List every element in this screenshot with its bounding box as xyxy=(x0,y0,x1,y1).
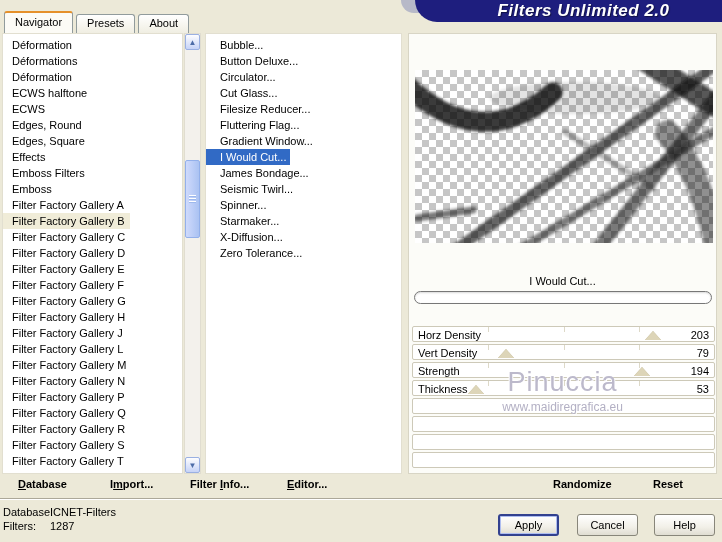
slider-label: Horz Density xyxy=(418,328,481,342)
slider-label: Vert Density xyxy=(418,346,477,360)
filters-count-value: 1287 xyxy=(50,520,74,532)
list-item[interactable]: Filter Factory Gallery H xyxy=(3,309,182,325)
list-item[interactable]: Filter Factory Gallery T xyxy=(3,453,182,469)
label-part: port... xyxy=(123,478,154,490)
filters-count-label: Filters: xyxy=(3,520,36,532)
list-item[interactable]: Spinner... xyxy=(206,197,401,213)
cancel-button[interactable]: Cancel xyxy=(577,514,638,536)
label-part: atabase xyxy=(26,478,67,490)
list-item[interactable]: Filter Factory Gallery F xyxy=(3,277,182,293)
list-item[interactable]: Filter Factory Gallery J xyxy=(3,325,182,341)
list-item[interactable]: Filter Factory Gallery L xyxy=(3,341,182,357)
list-item[interactable]: Button Deluxe... xyxy=(206,53,401,69)
list-item[interactable]: Filter Factory Gallery P xyxy=(3,389,182,405)
editor-button[interactable]: Editor... xyxy=(287,478,327,490)
command-toolbar: Database Import... Filter Info... Editor… xyxy=(0,475,722,497)
list-item[interactable]: Emboss xyxy=(3,181,182,197)
list-item[interactable]: Gradient Window... xyxy=(206,133,401,149)
scroll-down-button[interactable]: ▼ xyxy=(185,457,200,473)
list-item[interactable]: Filter Factory Gallery G xyxy=(3,293,182,309)
slider-value: 53 xyxy=(697,382,709,396)
tick-mark xyxy=(488,363,489,368)
app-title: Filters Unlimited 2.0 xyxy=(497,1,669,20)
tick-mark xyxy=(564,381,565,386)
tick-mark xyxy=(488,345,489,350)
list-item[interactable]: Filter Factory Gallery S xyxy=(3,437,182,453)
slider-label: Thickness xyxy=(418,382,468,396)
database-status-label: Database: xyxy=(3,506,53,518)
tab-about[interactable]: About xyxy=(138,14,189,33)
list-item[interactable]: Déformations xyxy=(3,53,182,69)
tick-mark xyxy=(639,381,640,386)
list-item[interactable]: Zero Tolerance... xyxy=(206,245,401,261)
list-item[interactable]: Circulator... xyxy=(206,69,401,85)
list-item[interactable]: Edges, Round xyxy=(3,117,182,133)
label-part: nfo... xyxy=(223,478,249,490)
apply-button[interactable]: Apply xyxy=(498,514,559,536)
list-item[interactable]: Starmaker... xyxy=(206,213,401,229)
list-item[interactable]: Fluttering Flag... xyxy=(206,117,401,133)
tab-navigator[interactable]: Navigator xyxy=(4,11,73,33)
separator-line xyxy=(0,498,722,500)
empty-slider-row xyxy=(412,452,715,468)
list-item[interactable]: Filter Factory Gallery N xyxy=(3,373,182,389)
empty-slider-row xyxy=(412,434,715,450)
slider-thumb[interactable] xyxy=(634,367,650,376)
tick-mark xyxy=(564,327,565,332)
list-item[interactable]: Filter Factory Gallery Q xyxy=(3,405,182,421)
list-item[interactable]: Déformation xyxy=(3,37,182,53)
selected-filter-name: I Would Cut... xyxy=(409,275,716,287)
mnemonic: D xyxy=(18,478,26,490)
list-item[interactable]: ECWS xyxy=(3,101,182,117)
empty-slider-row xyxy=(412,398,715,414)
slider-row[interactable]: Horz Density203 xyxy=(412,326,715,342)
list-item[interactable]: James Bondage... xyxy=(206,165,401,181)
slider-row[interactable]: Vert Density79 xyxy=(412,344,715,360)
list-item[interactable]: Filter Factory Gallery D xyxy=(3,245,182,261)
list-item[interactable]: Effects xyxy=(3,149,182,165)
filter-list: Bubble...Button Deluxe...Circulator...Cu… xyxy=(205,33,402,474)
reset-button[interactable]: Reset xyxy=(653,478,683,490)
preview-panel: I Would Cut... Horz Density203Vert Densi… xyxy=(408,33,717,474)
list-item[interactable]: Filter Factory Gallery M xyxy=(3,357,182,373)
list-item[interactable]: Déformation xyxy=(3,69,182,85)
list-item[interactable]: Seismic Twirl... xyxy=(206,181,401,197)
database-button[interactable]: Database xyxy=(18,478,67,490)
tick-mark xyxy=(488,381,489,386)
help-button[interactable]: Help xyxy=(654,514,715,536)
list-item[interactable]: I Would Cut... xyxy=(206,149,290,165)
filter-info-button[interactable]: Filter Info... xyxy=(190,478,249,490)
scroll-up-button[interactable]: ▲ xyxy=(185,34,200,50)
list-item[interactable]: Filter Factory Gallery E xyxy=(3,261,182,277)
category-list: DéformationDéformationsDéformationECWS h… xyxy=(2,33,183,474)
category-scrollbar: ▲ ▼ xyxy=(184,33,201,474)
slider-row[interactable]: Thickness53 xyxy=(412,380,715,396)
list-item[interactable]: Filter Factory Gallery R xyxy=(3,421,182,437)
progress-bar xyxy=(414,291,712,304)
slider-thumb[interactable] xyxy=(468,385,484,394)
import-button[interactable]: Import... xyxy=(110,478,153,490)
tick-mark xyxy=(564,345,565,350)
list-item[interactable]: Emboss Filters xyxy=(3,165,182,181)
list-item[interactable]: Filter Factory Gallery A xyxy=(3,197,182,213)
tick-mark xyxy=(564,363,565,368)
app-title-banner: Filters Unlimited 2.0 xyxy=(415,0,722,22)
slider-row[interactable]: Strength194 xyxy=(412,362,715,378)
list-item[interactable]: ECWS halftone xyxy=(3,85,182,101)
slider-thumb[interactable] xyxy=(645,331,661,340)
tab-presets[interactable]: Presets xyxy=(76,14,135,33)
list-item[interactable]: X-Diffusion... xyxy=(206,229,401,245)
randomize-button[interactable]: Randomize xyxy=(553,478,612,490)
list-item[interactable]: Filter Factory Gallery C xyxy=(3,229,182,245)
list-item[interactable]: Filter Factory Gallery B xyxy=(3,213,130,229)
scrollbar-thumb[interactable] xyxy=(185,160,200,238)
label-part: ditor... xyxy=(294,478,327,490)
list-item[interactable]: Edges, Square xyxy=(3,133,182,149)
scrollbar-grip xyxy=(189,195,196,203)
list-item[interactable]: Bubble... xyxy=(206,37,401,53)
list-item[interactable]: Cut Glass... xyxy=(206,85,401,101)
list-item[interactable]: Filesize Reducer... xyxy=(206,101,401,117)
slider-thumb[interactable] xyxy=(498,349,514,358)
slider-value: 194 xyxy=(691,364,709,378)
filter-preview-image xyxy=(415,70,713,243)
